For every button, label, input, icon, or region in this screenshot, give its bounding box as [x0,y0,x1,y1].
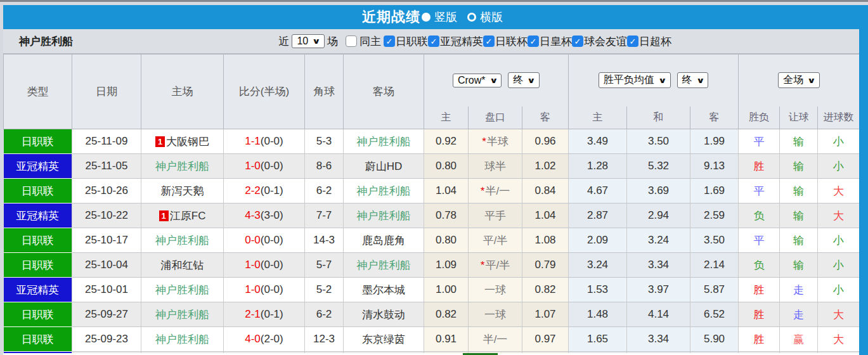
match-row: 日职联 25-10-17 神户胜利船 0-0(0-0) 14-3 鹿岛鹿角 0.… [4,228,860,253]
score-cell[interactable]: 0-0(0-0) [224,228,305,253]
odds-home-cell: 1.65 [569,327,627,352]
home-team-name[interactable]: 神户胜利船 [155,333,209,345]
col-header-corner: 角球 [305,55,344,129]
home-team-name[interactable]: 神户胜利船 [155,284,209,296]
competition-label[interactable]: 日皇杯 [540,34,572,49]
score-cell[interactable]: 2-1(0-1) [224,302,305,327]
match-row: 亚冠精英 25-10-01 神户胜利船 1-0(0-0) 5-2 墨尔本城 1.… [4,278,860,302]
score-cell[interactable]: 1-0(0-0) [224,278,305,302]
competition-label[interactable]: 日联杯 [495,34,528,49]
odds-avg-select[interactable]: 胜平负均值 ∨ [599,72,671,88]
score-cell[interactable]: 4-3(3-0) [224,203,305,228]
horizontal-layout-radio[interactable] [467,13,476,22]
competition-label[interactable]: 日超杯 [639,34,671,49]
bookmaker-period-select[interactable]: 终 ∨ [508,72,540,88]
bookmaker-select[interactable]: Crow* ∨ [453,74,502,87]
handicap-result-cell: 输 [780,228,818,253]
away-team-name[interactable]: 神户胜利船 [357,259,411,271]
vertical-layout-radio[interactable] [422,13,431,22]
match-row: 日职联 25-09-23 神户胜利船 4-0(2-0) 12-3 东京绿茵 0.… [4,327,860,352]
competition-checkbox[interactable]: ✓ [428,36,439,47]
home-team-cell: 新泻天鹅 [141,179,224,203]
col-header-score: 比分(半场) [224,55,305,129]
home-team-cell: 神户胜利船 [141,228,224,253]
handicap-away-odds-cell: 1.04 [522,203,569,228]
score-cell[interactable]: 4-0(2-0) [224,327,305,352]
competition-label[interactable]: 球会友谊 [584,34,627,49]
home-team-name[interactable]: 江原FC [170,210,206,222]
home-team-cell: 神户胜利船 [141,302,224,327]
odds-home-cell: 3.24 [569,253,627,278]
home-team-cell: 1江原FC [141,203,224,228]
date-cell: 25-10-26 [72,179,141,203]
away-team-name[interactable]: 蔚山HD [365,160,403,172]
odds-draw-cell: 3.97 [627,278,690,302]
away-team-name[interactable]: 东京绿茵 [362,333,405,345]
competition-checkbox[interactable]: ✓ [483,36,495,47]
handicap-result-cell: 输 [780,253,818,278]
bookmaker-header: Crow* ∨ 终 ∨ [424,55,569,106]
away-team-name[interactable]: 神户胜利船 [357,210,411,222]
handicap-result-cell: 赢 [780,327,818,352]
fulltime-score: 1-0 [245,259,261,271]
competition-checkbox[interactable]: ✓ [627,36,638,47]
competition-checkbox[interactable]: ✓ [384,36,395,47]
competition-checkbox[interactable]: ✓ [528,36,539,47]
vertical-layout-label[interactable]: 竖版 [434,10,457,25]
competition-filter: ✓球会友谊 [572,34,627,49]
halftime-score: (0-1) [261,184,283,197]
red-card-badge: 1 [159,210,169,221]
odds-home-cell: 4.67 [569,179,627,203]
same-home-label[interactable]: 同主 [360,34,381,49]
league-badge: 亚冠精英 [4,278,72,302]
odds-draw-cell: 5.32 [627,154,690,179]
subheader-crow-home: 主 [424,106,469,129]
odds-draw-cell: 3.69 [627,179,690,203]
score-cell[interactable]: 1-0(0-0) [224,154,305,179]
competition-label[interactable]: 日职联 [396,34,428,49]
handicap-line-cell: 球半 [469,154,522,179]
goals-cell: 大 [818,179,860,203]
competition-checkbox[interactable]: ✓ [572,36,583,47]
away-team-name[interactable]: 神户胜利船 [357,185,411,197]
goals-cell: 大 [818,327,860,352]
corners-cell: 7-7 [305,203,344,228]
home-team-name[interactable]: 大阪钢巴 [166,136,209,148]
handicap-line: 半/一 [485,185,510,197]
home-team-name[interactable]: 神户胜利船 [155,309,209,321]
away-team-cell: 神户胜利船 [344,129,424,154]
fulltime-score: 2-1 [245,308,261,320]
handicap-away-odds-cell: 1.07 [522,302,569,327]
results-tbody: 日职联 25-11-09 1大阪钢巴 1-1(0-0) 5-3 神户胜利船 0.… [4,129,860,355]
corners-cell: 8-6 [305,154,344,179]
home-team-name[interactable]: 浦和红钻 [161,259,204,271]
horizontal-layout-label[interactable]: 横版 [480,10,503,25]
recent-count-select[interactable]: 10 ∨ [292,34,325,48]
score-cell[interactable]: 2-2(0-1) [224,179,305,203]
odds-draw-cell: 3.24 [627,228,690,253]
league-badge: 日职联 [4,179,72,203]
score-cell[interactable]: 1-1(0-0) [224,129,305,154]
halftime-score: (2-0) [261,333,283,345]
home-team-name[interactable]: 新泻天鹅 [161,185,204,197]
odds-period-select[interactable]: 终 ∨ [677,72,709,88]
home-team-name[interactable]: 神户胜利船 [155,235,209,247]
odds-avg-value: 胜平负均值 [604,74,654,87]
goals-cell: 大 [818,203,860,228]
handicap-away-odds-cell: 1.08 [522,228,569,253]
handicap-line: 一球 [484,284,506,296]
corners-cell: 5-7 [305,253,344,278]
subheader-odds-away: 客 [690,106,739,129]
away-team-name[interactable]: 神户胜利船 [357,136,411,148]
competition-label[interactable]: 亚冠精英 [440,34,483,49]
halftime-score: (0-0) [261,259,283,271]
scope-select[interactable]: 全场 ∨ [778,72,820,88]
away-team-name[interactable]: 墨尔本城 [362,284,405,296]
same-home-checkbox[interactable] [346,36,357,47]
away-team-name[interactable]: 鹿岛鹿角 [362,235,405,247]
away-team-name[interactable]: 清水鼓动 [362,309,405,321]
score-cell[interactable]: 1-0(0-0) [224,253,305,278]
result-cell: 负 [739,203,780,228]
handicap-line: 平手 [484,210,506,222]
home-team-name[interactable]: 神户胜利船 [155,160,209,172]
